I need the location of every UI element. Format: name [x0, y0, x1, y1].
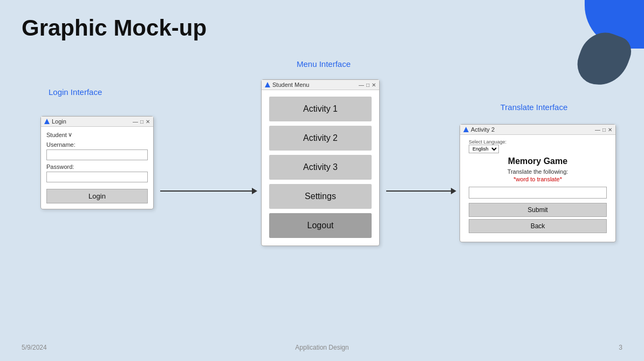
menu-body: Activity 1 Activity 2 Activity 3 Setting…: [262, 90, 379, 246]
language-select-label: Select Language:: [469, 139, 506, 145]
login-close-icon[interactable]: ✕: [146, 119, 150, 125]
translate-maximize-icon[interactable]: □: [602, 127, 606, 133]
arrow1-line: [160, 190, 252, 192]
password-input[interactable]: [46, 172, 148, 182]
menu-minimize-icon[interactable]: —: [359, 82, 364, 88]
translate-window-controls: — □ ✕: [595, 127, 612, 133]
language-select-dropdown[interactable]: English: [469, 145, 499, 153]
menu-activity2-button[interactable]: Activity 2: [269, 126, 372, 151]
login-window-body: Student ∨ Username: Password: Login: [41, 127, 153, 209]
menu-window-controls: — □ ✕: [359, 82, 376, 88]
translate-window-title: Activity 2: [471, 126, 495, 133]
footer-date: 5/9/2024: [22, 344, 47, 351]
login-window-title: Login: [52, 118, 66, 125]
translate-close-icon[interactable]: ✕: [608, 127, 612, 133]
translate-title-icon: [463, 127, 469, 132]
login-window: Login — □ ✕ Student ∨ Username: Password…: [40, 116, 154, 209]
login-button[interactable]: Login: [46, 189, 148, 203]
login-minimize-icon[interactable]: —: [133, 119, 138, 125]
menu-titlebar: Student Menu — □ ✕: [262, 80, 379, 90]
menu-titlebar-left: Student Menu: [265, 81, 310, 88]
translate-interface-label: Translate Interface: [469, 103, 599, 112]
page-title: Graphic Mock-up: [22, 15, 207, 41]
arrow-menu-to-translate: [386, 188, 456, 194]
menu-logout-button[interactable]: Logout: [269, 213, 372, 238]
menu-window-title: Student Menu: [272, 81, 310, 88]
login-titlebar: Login — □ ✕: [41, 117, 153, 127]
memory-game-title: Memory Game: [469, 156, 607, 166]
login-user-label: Student: [46, 132, 67, 138]
menu-interface-label: Menu Interface: [264, 59, 383, 69]
language-select-row: Select Language: English: [469, 139, 607, 153]
login-interface-label: Login Interface: [49, 87, 102, 97]
menu-settings-button[interactable]: Settings: [269, 184, 372, 209]
password-label: Password:: [46, 164, 148, 170]
login-maximize-icon[interactable]: □: [140, 119, 143, 125]
arrow-login-to-menu: [160, 188, 257, 194]
footer-page-number: 3: [619, 344, 622, 351]
translate-titlebar: Activity 2 — □ ✕: [460, 125, 615, 135]
menu-close-icon[interactable]: ✕: [372, 82, 376, 88]
menu-activity1-button[interactable]: Activity 1: [269, 97, 372, 121]
submit-button[interactable]: Submit: [469, 203, 607, 217]
translate-subtitle: Translate the following:: [469, 168, 607, 175]
arrow2-line: [386, 190, 451, 192]
menu-activity3-button[interactable]: Activity 3: [269, 155, 372, 180]
back-button[interactable]: Back: [469, 219, 607, 233]
login-titlebar-left: Login: [44, 118, 66, 125]
translate-window: Activity 2 — □ ✕ Select Language: Englis…: [460, 124, 616, 242]
arrow2-head: [451, 188, 456, 194]
translate-window-body: Select Language: English Memory Game Tra…: [460, 135, 615, 242]
menu-maximize-icon[interactable]: □: [366, 82, 369, 88]
translate-answer-input[interactable]: [469, 187, 607, 199]
menu-title-icon: [265, 82, 270, 87]
login-user-row: Student ∨: [46, 131, 148, 138]
username-input[interactable]: [46, 149, 148, 160]
translate-titlebar-left: Activity 2: [463, 126, 495, 133]
translate-word: *word to translate*: [469, 176, 607, 182]
login-title-icon: [44, 119, 50, 124]
login-window-controls: — □ ✕: [133, 119, 150, 125]
arrow1-head: [252, 188, 257, 194]
translate-minimize-icon[interactable]: —: [595, 127, 600, 133]
footer-center-text: Application Design: [295, 344, 348, 351]
menu-window: Student Menu — □ ✕ Activity 1 Activity 2…: [261, 79, 380, 246]
login-chevron-icon[interactable]: ∨: [68, 131, 72, 138]
username-label: Username:: [46, 141, 148, 148]
